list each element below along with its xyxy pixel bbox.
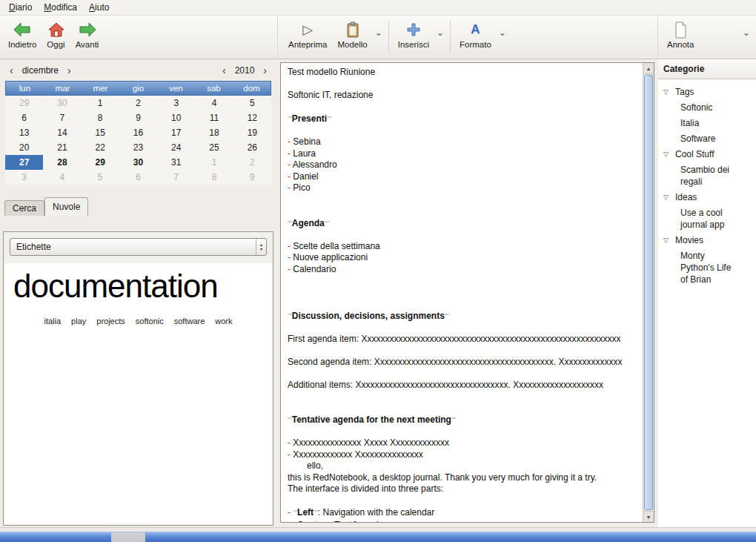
category-item[interactable]: Use a cool journal app bbox=[660, 205, 741, 233]
calendar-day[interactable]: 9 bbox=[119, 110, 157, 125]
calendar-day[interactable]: 2 bbox=[119, 96, 157, 110]
calendar-day[interactable]: 19 bbox=[233, 125, 271, 140]
format-button[interactable]: A Formato bbox=[454, 18, 497, 51]
tag-filter-select[interactable]: Etichette ▴ ▾ bbox=[10, 238, 267, 256]
format-chevron-down-icon[interactable]: ⌄ bbox=[497, 27, 508, 38]
calendar-day[interactable]: 1 bbox=[195, 155, 233, 170]
calendar-day[interactable]: 13 bbox=[5, 125, 43, 140]
expander-icon[interactable]: ▽ bbox=[663, 88, 671, 96]
editor-scrollbar[interactable]: ▲ ▼ bbox=[643, 63, 654, 522]
calendar-day[interactable]: 15 bbox=[82, 125, 119, 140]
cloud-tag[interactable]: softonic bbox=[136, 317, 164, 325]
calendar-day[interactable]: 22 bbox=[82, 140, 119, 155]
calendar-day[interactable]: 24 bbox=[157, 140, 195, 155]
prev-year-button[interactable]: ‹ bbox=[220, 65, 228, 76]
expander-icon[interactable]: ▽ bbox=[663, 151, 671, 158]
category-group[interactable]: ▽Cool Stuff bbox=[660, 147, 755, 162]
calendar-day[interactable]: 28 bbox=[43, 155, 81, 170]
calendar-day[interactable]: 25 bbox=[195, 140, 233, 155]
calendar-day[interactable]: 14 bbox=[43, 125, 81, 140]
calendar-day[interactable]: 3 bbox=[5, 170, 43, 185]
calendar-day[interactable]: 1 bbox=[82, 96, 119, 110]
list-dash: - bbox=[288, 136, 293, 147]
cloud-tag[interactable]: software bbox=[174, 317, 205, 325]
calendar-day[interactable]: 12 bbox=[233, 110, 271, 125]
editor-line: ""Presenti"" bbox=[288, 113, 636, 125]
expander-icon[interactable]: ▽ bbox=[663, 237, 671, 244]
annotate-button[interactable]: Annota bbox=[662, 18, 699, 51]
calendar-day[interactable]: 6 bbox=[119, 170, 157, 185]
cloud-tag[interactable]: italia bbox=[44, 317, 61, 325]
category-group[interactable]: ▽Movies bbox=[660, 233, 755, 248]
arrow-left-icon bbox=[13, 22, 31, 38]
calendar-day[interactable]: 5 bbox=[233, 96, 271, 110]
tab-cerca[interactable]: Cerca bbox=[4, 200, 44, 216]
calendar-day[interactable]: 29 bbox=[5, 96, 43, 110]
today-button[interactable]: Oggi bbox=[42, 18, 70, 51]
calendar-day[interactable]: 31 bbox=[157, 155, 195, 170]
menu-modifica[interactable]: Modifica bbox=[38, 1, 83, 14]
calendar-day[interactable]: 30 bbox=[43, 96, 81, 110]
calendar-day[interactable]: 30 bbox=[119, 155, 157, 170]
category-item[interactable]: Scambio dei regali bbox=[660, 162, 741, 190]
calendar-day[interactable]: 20 bbox=[5, 140, 43, 155]
categories-header[interactable]: Categorie bbox=[658, 59, 756, 79]
taskbar-item[interactable] bbox=[111, 532, 145, 542]
category-item[interactable]: Softonic bbox=[660, 100, 741, 116]
calendar-day[interactable]: 3 bbox=[157, 96, 195, 110]
calendar-day[interactable]: 18 bbox=[195, 125, 233, 140]
category-group[interactable]: ▽Tags bbox=[660, 85, 755, 99]
cloud-tag[interactable]: work bbox=[215, 317, 232, 325]
edit-toolbar-group: ▷ Anteprima Modello ⌄ bbox=[283, 18, 508, 53]
calendar-day[interactable]: 11 bbox=[195, 110, 233, 125]
menu-diario[interactable]: Diario bbox=[3, 1, 38, 14]
category-item[interactable]: Software bbox=[660, 131, 741, 147]
template-button[interactable]: Modello bbox=[332, 18, 372, 51]
preview-button[interactable]: ▷ Anteprima bbox=[283, 18, 332, 51]
calendar-nav: ‹ dicembre › ‹ 2010 › bbox=[7, 65, 269, 76]
calendar-day[interactable]: 4 bbox=[195, 96, 233, 110]
calendar-day[interactable]: 2 bbox=[233, 155, 271, 170]
scroll-down-button[interactable]: ▼ bbox=[643, 511, 654, 522]
editor[interactable]: Test modello Riunione Softonic IT, redaz… bbox=[280, 62, 654, 523]
calendar-day[interactable]: 16 bbox=[119, 125, 157, 140]
calendar-day[interactable]: 21 bbox=[43, 140, 81, 155]
forward-button[interactable]: Avanti bbox=[70, 18, 105, 51]
calendar-day[interactable]: 8 bbox=[195, 170, 233, 185]
tab-nuvole[interactable]: Nuvole bbox=[44, 197, 88, 216]
calendar-day[interactable]: 8 bbox=[82, 110, 119, 125]
next-month-button[interactable]: › bbox=[65, 65, 73, 76]
calendar-day[interactable]: 27 bbox=[5, 155, 43, 170]
calendar-day[interactable]: 10 bbox=[157, 110, 195, 125]
calendar-day[interactable]: 9 bbox=[233, 170, 271, 185]
calendar-day[interactable]: 17 bbox=[157, 125, 195, 140]
category-item[interactable]: Monty Python's Life of Brian bbox=[660, 248, 741, 288]
insert-chevron-down-icon[interactable]: ⌄ bbox=[434, 27, 446, 38]
prev-month-button[interactable]: ‹ bbox=[7, 65, 16, 76]
calendar-day[interactable]: 7 bbox=[43, 110, 81, 125]
scroll-up-button[interactable]: ▲ bbox=[643, 63, 654, 74]
category-item[interactable]: Italia bbox=[660, 116, 741, 131]
annotate-chevron-down-icon[interactable]: ⌄ bbox=[740, 27, 752, 38]
category-group[interactable]: ▽Ideas bbox=[660, 190, 755, 205]
calendar-day[interactable]: 5 bbox=[82, 170, 119, 185]
back-button[interactable]: Indietro bbox=[3, 18, 42, 51]
calendar-day[interactable]: 26 bbox=[233, 140, 271, 155]
calendar-day[interactable]: 29 bbox=[82, 155, 119, 170]
calendar-day[interactable]: 6 bbox=[5, 110, 43, 125]
cloud-main-word[interactable]: documentation bbox=[13, 268, 272, 305]
menu-aiuto[interactable]: Aiuto bbox=[83, 1, 115, 14]
template-chevron-down-icon[interactable]: ⌄ bbox=[373, 27, 385, 38]
markup-quotes: "" bbox=[327, 114, 331, 122]
cloud-tag[interactable]: play bbox=[71, 317, 86, 325]
calendar-day[interactable]: 7 bbox=[157, 170, 195, 185]
scrollbar-thumb[interactable] bbox=[644, 75, 653, 510]
cloud-tag[interactable]: projects bbox=[96, 317, 125, 325]
expander-icon[interactable]: ▽ bbox=[663, 194, 671, 201]
editor-line: - Calendario bbox=[288, 264, 636, 276]
insert-button[interactable]: Inserisci bbox=[393, 18, 434, 51]
plus-icon bbox=[406, 22, 421, 37]
calendar-day[interactable]: 4 bbox=[43, 170, 81, 185]
next-year-button[interactable]: › bbox=[261, 65, 269, 76]
calendar-day[interactable]: 23 bbox=[119, 140, 157, 155]
